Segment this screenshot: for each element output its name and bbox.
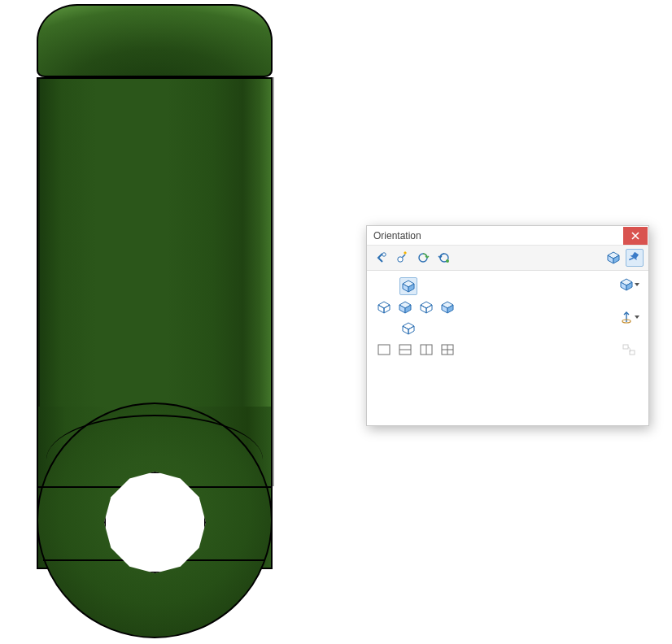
view-selector-button[interactable] <box>604 249 622 267</box>
svg-marker-19 <box>421 305 426 313</box>
svg-marker-20 <box>426 305 432 313</box>
svg-marker-14 <box>384 305 390 313</box>
pin-button[interactable] <box>626 249 644 267</box>
svg-rect-27 <box>378 345 390 355</box>
svg-marker-18 <box>421 302 432 308</box>
svg-rect-40 <box>623 345 628 349</box>
orientation-toolbar <box>367 246 648 271</box>
svg-marker-12 <box>378 302 390 308</box>
reset-standard-views-button[interactable] <box>435 249 453 267</box>
view-back-button[interactable] <box>396 298 414 316</box>
svg-marker-13 <box>378 305 384 313</box>
viewport-two-vertical-button[interactable] <box>417 341 435 359</box>
viewport-single-button[interactable] <box>375 341 393 359</box>
new-view-button[interactable] <box>393 249 411 267</box>
view-front-button[interactable] <box>375 298 393 316</box>
svg-point-0 <box>382 253 386 256</box>
close-button[interactable] <box>623 227 648 245</box>
part-boss <box>37 407 273 634</box>
view-left-button[interactable] <box>417 298 435 316</box>
viewport-four-button[interactable] <box>439 341 456 359</box>
svg-marker-24 <box>403 323 414 329</box>
normal-to-button[interactable] <box>617 308 635 326</box>
view-isometric-button[interactable] <box>399 277 417 295</box>
svg-point-4 <box>446 259 449 263</box>
svg-marker-26 <box>408 326 414 334</box>
view-top-button[interactable] <box>399 320 417 337</box>
orientation-panel: Orientation <box>366 225 649 426</box>
orientation-titlebar[interactable]: Orientation <box>367 226 648 246</box>
svg-point-1 <box>398 257 403 262</box>
viewport-two-horizontal-button[interactable] <box>396 341 414 359</box>
prev-view-button[interactable] <box>372 249 390 267</box>
cad-part[interactable] <box>37 0 273 634</box>
view-trimetric-button[interactable] <box>617 276 635 294</box>
orientation-body <box>367 271 648 425</box>
trimetric-dropdown[interactable] <box>634 276 640 294</box>
svg-marker-25 <box>403 326 408 334</box>
normal-to-dropdown[interactable] <box>634 308 640 326</box>
view-right-button[interactable] <box>439 298 456 316</box>
update-standard-views-button[interactable] <box>414 249 432 267</box>
part-top-cap <box>37 4 273 77</box>
link-views-button <box>620 341 638 359</box>
orientation-title: Orientation <box>367 230 623 242</box>
